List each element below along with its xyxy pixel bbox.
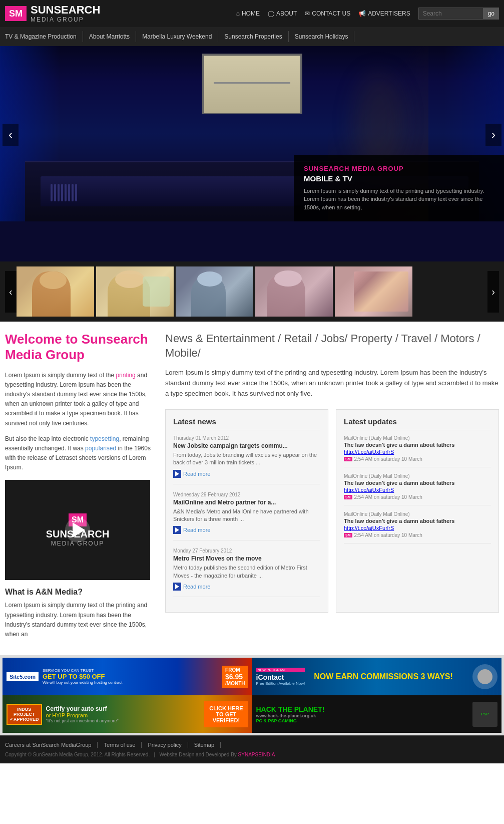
- news-item-2: Wednesday 29 February 2012 MailOnline an…: [173, 492, 320, 541]
- thumb-item-5[interactable]: [335, 266, 412, 317]
- hero-prev-button[interactable]: ‹: [3, 124, 19, 146]
- thumb-items: [17, 266, 488, 317]
- popularised-link[interactable]: popularised: [85, 445, 116, 452]
- news-text-2: A&N Media's Metro and MailOnline have pa…: [173, 508, 320, 523]
- header-navigation: ⌂ HOME ◯ ABOUT ✉ CONTACT US 📢 ADVERTISER…: [236, 8, 499, 20]
- news-section-title: News & Entertainment / Retail / Jobs/ Pr…: [165, 332, 499, 360]
- search-box: go: [418, 8, 499, 20]
- advertisers-label: ADVERTISERS: [368, 10, 410, 17]
- read-more-label-2: Read more: [183, 527, 210, 533]
- update-item-3: MailOnline (Daily Mail Online) The law d…: [344, 511, 491, 543]
- read-more-icon-1: [173, 470, 181, 478]
- main-content: Welcome to Sunsearch Media Group Lorem I…: [0, 322, 504, 655]
- thumb-next-button[interactable]: ›: [487, 271, 499, 313]
- site5-ad[interactable]: Site5.com SERVICE YOU CAN TRUST GET UP T…: [3, 658, 252, 695]
- header: SM SUNSEARCH MEDIA GROUP ⌂ HOME ◯ ABOUT …: [0, 0, 504, 27]
- welcome-para2: But also the leap into electronic typese…: [5, 434, 155, 473]
- update-time-3: SM 2:54 AM on saturday 10 March: [344, 532, 491, 538]
- thumb-item-3[interactable]: [176, 266, 253, 317]
- read-more-3[interactable]: Read more: [173, 583, 320, 591]
- thumb-item-2[interactable]: [96, 266, 174, 317]
- news-section-desc: Lorem Ipsum is simply dummy text of the …: [165, 368, 499, 399]
- welcome-title: Welcome to Sunsearch Media Group: [5, 332, 155, 363]
- nav-tv-magazine[interactable]: TV & Magazine Production: [5, 31, 83, 42]
- thumb-item-1[interactable]: [17, 266, 94, 317]
- about-link[interactable]: ◯ ABOUT: [268, 10, 297, 17]
- thumb-prev-button[interactable]: ‹: [5, 271, 17, 313]
- update-logo-2: SM: [344, 495, 352, 499]
- footer-careers[interactable]: Careers at SunSearch MediaGroup: [5, 742, 98, 748]
- play-arrow-3: [175, 584, 179, 589]
- update-title-3: The law doesn't give a damn about father…: [344, 518, 491, 524]
- icontact-ad[interactable]: NEW PROGRAM iContact Free Edition Availa…: [252, 658, 502, 695]
- video-placeholder[interactable]: SM SUNSEARCH MEDIA GROUP: [5, 480, 150, 580]
- site5-price: FROM$6.95/MONTH: [222, 666, 248, 688]
- update-item-2: MailOnline (Daily Mail Online) The law d…: [344, 473, 491, 505]
- news-item-1: Thursday 01 March 2012 New Jobsite campa…: [173, 435, 320, 484]
- hack-ad[interactable]: HACK THE PLANET! www.hack-the-planet.org…: [252, 695, 502, 733]
- nav-properties[interactable]: Sunsearch Properties: [218, 31, 288, 42]
- news-item-3: Monday 27 February 2012 Metro First Move…: [173, 548, 320, 597]
- hero-next-button[interactable]: ›: [485, 124, 501, 146]
- search-button[interactable]: go: [483, 8, 499, 20]
- thumbnail-strip: ‹: [0, 261, 504, 322]
- search-input[interactable]: [418, 8, 483, 20]
- hero-brand: SUNSEARCH MEDIA GROUP: [304, 165, 494, 172]
- icontact-logo: NEW PROGRAM iContact Free Edition Availa…: [256, 668, 305, 686]
- nav-about-marriotts[interactable]: About Marriotts: [83, 31, 136, 42]
- home-link[interactable]: ⌂ HOME: [236, 10, 260, 17]
- home-icon: ⌂: [236, 10, 240, 17]
- footer-sitemap[interactable]: Sitemap: [188, 742, 221, 748]
- navbar: TV & Magazine Production About Marriotts…: [0, 27, 504, 46]
- about-icon: ◯: [268, 10, 274, 17]
- logo-sm-box: SM: [5, 6, 27, 21]
- read-more-icon-2: [173, 526, 181, 534]
- indus-cta[interactable]: CLICK HERETO GETVERIFIED!: [204, 701, 248, 727]
- icontact-text: NOW EARN COMMISSIONS 3 WAYS!: [314, 672, 453, 681]
- footer-terms[interactable]: Terms of use: [98, 742, 142, 748]
- footer-privacy[interactable]: Privacy policy: [142, 742, 188, 748]
- footer-links: Careers at SunSearch MediaGroup Terms of…: [5, 742, 499, 748]
- logo-text-block: SUNSEARCH MEDIA GROUP: [31, 4, 100, 23]
- nav-holidays[interactable]: Sunsearch Holidays: [289, 31, 355, 42]
- welcome-para1: Lorem Ipsum is simply dummy text of the …: [5, 371, 155, 428]
- typesetting-link[interactable]: typesetting: [90, 435, 119, 442]
- update-title-1: The law doesn't give a damn about father…: [344, 442, 491, 448]
- hack-text: HACK THE PLANET! www.hack-the-planet.org…: [256, 705, 469, 723]
- latest-updates-title: Latest updates: [344, 417, 491, 430]
- news-date-2: Wednesday 29 February 2012: [173, 492, 320, 497]
- update-link-2[interactable]: http://t.co/ajUxFurlrS: [344, 487, 394, 493]
- indus-text: Certify your auto surf or HYIP Program "…: [46, 705, 119, 723]
- play-arrow-2: [175, 527, 179, 532]
- read-more-label-3: Read more: [183, 584, 210, 590]
- update-link-1[interactable]: http://t.co/ajUxFurlrS: [344, 449, 394, 455]
- logo: SM SUNSEARCH MEDIA GROUP: [5, 4, 100, 23]
- logo-name: SUNSEARCH: [31, 4, 100, 16]
- read-more-2[interactable]: Read more: [173, 526, 320, 534]
- indus-ad[interactable]: INDUSPROJECT✓APPROVED Certify your auto …: [3, 695, 252, 733]
- site5-text: SERVICE YOU CAN TRUST GET UP TO $50 OFF …: [43, 668, 122, 685]
- update-title-2: The law doesn't give a damn about father…: [344, 480, 491, 486]
- news-title-1: New Jobsite campaign targets commu...: [173, 442, 320, 449]
- ads-row-2: INDUSPROJECT✓APPROVED Certify your auto …: [3, 695, 501, 733]
- contact-link[interactable]: ✉ CONTACT US: [305, 10, 350, 17]
- contact-icon: ✉: [305, 10, 310, 17]
- update-logo-3: SM: [344, 533, 352, 537]
- news-date-3: Monday 27 February 2012: [173, 548, 320, 554]
- site5-logo: Site5.com: [7, 672, 39, 681]
- update-source-3: MailOnline (Daily Mail Online): [344, 511, 491, 517]
- play-arrow-1: [175, 471, 179, 476]
- footer-copyright: Copyright © SunSearch Media Group, 2012.…: [5, 752, 499, 757]
- read-more-1[interactable]: Read more: [173, 470, 320, 478]
- what-title: What is A&N Media?: [5, 588, 155, 597]
- hack-logo: PSP: [472, 702, 497, 727]
- read-more-label-1: Read more: [183, 471, 210, 477]
- logo-sub: MEDIA GROUP: [31, 16, 100, 23]
- thumb-item-4[interactable]: [255, 266, 333, 317]
- synapseindia-link[interactable]: SYNAPSEINDIA: [238, 752, 275, 757]
- printing-link[interactable]: printing: [116, 372, 135, 379]
- advertisers-link[interactable]: 📢 ADVERTISERS: [358, 10, 410, 17]
- left-column: Welcome to Sunsearch Media Group Lorem I…: [5, 332, 155, 645]
- update-link-3[interactable]: http://t.co/ajUxFurlrS: [344, 525, 394, 531]
- nav-marbella[interactable]: Marbella Luxury Weekend: [136, 31, 218, 42]
